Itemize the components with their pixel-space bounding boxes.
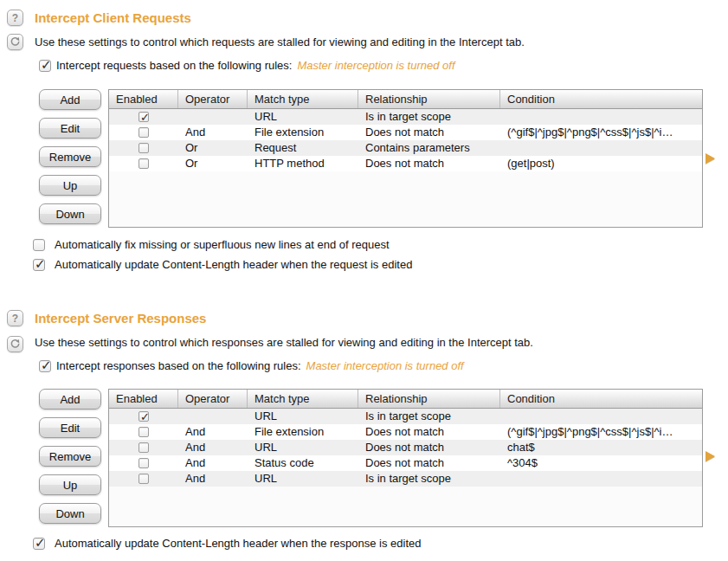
row-enabled-checkbox[interactable]	[139, 143, 149, 153]
cell-match-type: URL	[248, 109, 358, 125]
cell-operator: And	[178, 440, 248, 455]
update-content-length-request-checkbox[interactable]	[33, 259, 45, 271]
section-description: Use these settings to control which requ…	[35, 35, 525, 48]
cell-relationship: Is in target scope	[358, 109, 500, 125]
question-mark-icon: ?	[12, 12, 18, 24]
cell-operator: Or	[178, 140, 248, 156]
table-header: Enabled Operator Match type Relationship…	[109, 90, 702, 109]
table-header: Enabled Operator Match type Relationship…	[109, 390, 702, 409]
table-row[interactable]: URL Is in target scope	[109, 409, 702, 424]
up-button[interactable]: Up	[39, 175, 101, 196]
cell-match-type: URL	[248, 440, 358, 455]
cell-relationship: Does not match	[358, 424, 500, 440]
edit-button[interactable]: Edit	[39, 417, 101, 438]
cell-relationship: Does not match	[358, 455, 500, 471]
cell-condition	[500, 471, 702, 487]
column-header-condition[interactable]: Condition	[500, 390, 702, 408]
table-row[interactable]: Or Request Contains parameters	[109, 140, 702, 156]
server-response-rules-table: Enabled Operator Match type Relationship…	[108, 389, 703, 527]
cell-match-type: File extension	[248, 125, 358, 140]
row-enabled-checkbox[interactable]	[139, 112, 149, 122]
add-button[interactable]: Add	[39, 89, 101, 110]
intercept-responses-rules-label: Intercept responses based on the followi…	[56, 359, 301, 372]
restore-defaults-button[interactable]	[7, 336, 23, 352]
column-header-operator[interactable]: Operator	[178, 390, 248, 408]
cell-operator	[178, 409, 248, 424]
column-header-enabled[interactable]: Enabled	[109, 90, 178, 108]
add-button[interactable]: Add	[39, 389, 101, 409]
column-header-condition[interactable]: Condition	[500, 90, 702, 108]
cell-relationship: Is in target scope	[358, 471, 500, 487]
column-header-match-type[interactable]: Match type	[248, 90, 358, 108]
intercept-requests-rules-label: Intercept requests based on the followin…	[56, 59, 292, 72]
cell-match-type: File extension	[248, 424, 358, 440]
cell-condition: (^gif$|^jpg$|^png$|^css$|^js$|^i…	[500, 424, 702, 440]
update-content-length-response-checkbox[interactable]	[33, 538, 45, 550]
row-enabled-checkbox[interactable]	[139, 411, 149, 422]
cell-condition: chat$	[500, 440, 702, 455]
up-button[interactable]: Up	[39, 474, 101, 495]
cell-relationship: Is in target scope	[358, 409, 500, 424]
update-content-length-response-label: Automatically update Content-Length head…	[55, 537, 422, 550]
cell-relationship: Contains parameters	[358, 140, 500, 156]
cell-match-type: Status code	[248, 455, 358, 471]
restore-defaults-icon	[10, 36, 21, 48]
down-button[interactable]: Down	[39, 203, 101, 224]
section-title-intercept-client-requests: Intercept Client Requests	[35, 10, 191, 25]
intercept-requests-rules-checkbox[interactable]	[39, 60, 51, 72]
fix-newlines-checkbox[interactable]	[33, 239, 45, 251]
cell-condition: (get|post)	[500, 156, 702, 171]
cell-relationship: Does not match	[358, 125, 500, 140]
restore-defaults-button[interactable]	[7, 34, 23, 50]
cell-condition	[500, 140, 702, 156]
cell-match-type: Request	[248, 140, 358, 156]
table-row[interactable]: URL Is in target scope	[109, 109, 702, 125]
cell-condition	[500, 109, 702, 125]
section-title-intercept-server-responses: Intercept Server Responses	[35, 311, 206, 326]
remove-button[interactable]: Remove	[39, 446, 101, 467]
cell-operator: And	[178, 424, 248, 440]
table-row[interactable]: Or HTTP method Does not match (get|post)	[109, 156, 702, 171]
table-row[interactable]: And URL Does not match chat$	[109, 440, 702, 455]
intercept-responses-rules-checkbox[interactable]	[39, 360, 51, 372]
row-enabled-checkbox[interactable]	[139, 427, 149, 437]
update-content-length-request-label: Automatically update Content-Length head…	[55, 258, 412, 271]
help-button[interactable]: ?	[7, 310, 23, 326]
row-enabled-checkbox[interactable]	[139, 474, 149, 484]
down-button[interactable]: Down	[39, 503, 101, 524]
table-row[interactable]: And File extension Does not match (^gif$…	[109, 125, 702, 140]
table-row[interactable]: And File extension Does not match (^gif$…	[109, 424, 702, 440]
edit-button[interactable]: Edit	[39, 118, 101, 139]
row-enabled-checkbox[interactable]	[139, 158, 149, 169]
column-header-operator[interactable]: Operator	[178, 90, 248, 108]
row-enabled-checkbox[interactable]	[139, 442, 149, 453]
row-enabled-checkbox[interactable]	[139, 127, 149, 138]
table-row[interactable]: And Status code Does not match ^304$	[109, 455, 702, 471]
row-enabled-checkbox[interactable]	[139, 458, 149, 468]
help-button[interactable]: ?	[7, 10, 23, 26]
cell-operator	[178, 109, 248, 125]
cell-relationship: Does not match	[358, 440, 500, 455]
cell-condition: ^304$	[500, 455, 702, 471]
cell-match-type: URL	[248, 471, 358, 487]
table-row[interactable]: And URL Is in target scope	[109, 471, 702, 487]
master-interception-note: Master interception is turned off	[297, 59, 454, 72]
column-header-enabled[interactable]: Enabled	[109, 390, 178, 408]
column-header-relationship[interactable]: Relationship	[358, 90, 500, 108]
fix-newlines-label: Automatically fix missing or superfluous…	[55, 238, 390, 251]
cell-condition: (^gif$|^jpg$|^png$|^css$|^js$|^i…	[500, 125, 702, 140]
section-description: Use these settings to control which resp…	[35, 336, 533, 349]
column-header-relationship[interactable]: Relationship	[358, 390, 500, 408]
cell-operator: And	[178, 455, 248, 471]
cell-operator: And	[178, 471, 248, 487]
client-request-rules-table: Enabled Operator Match type Relationship…	[108, 89, 703, 228]
cell-operator: And	[178, 125, 248, 140]
table-overflow-arrow-icon	[705, 153, 715, 164]
cell-match-type: URL	[248, 409, 358, 424]
cell-condition	[500, 409, 702, 424]
remove-button[interactable]: Remove	[39, 146, 101, 167]
cell-operator: Or	[178, 156, 248, 171]
column-header-match-type[interactable]: Match type	[248, 390, 358, 408]
cell-match-type: HTTP method	[248, 156, 358, 171]
table-overflow-arrow-icon	[705, 451, 715, 461]
